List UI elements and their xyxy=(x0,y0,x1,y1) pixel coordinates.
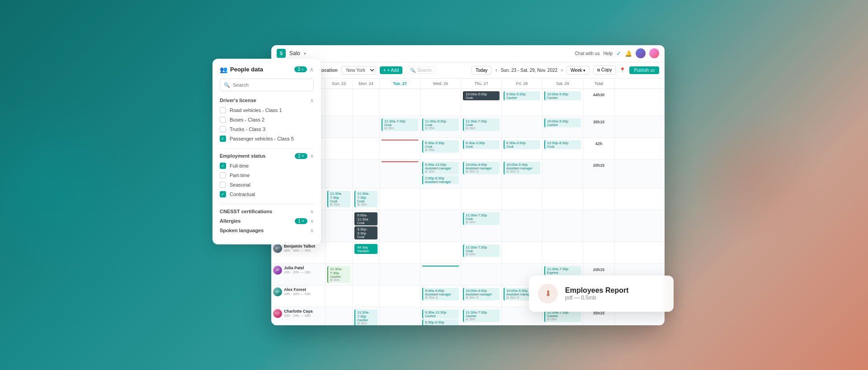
cell-total: 20h15 xyxy=(583,159,615,188)
copy-label: Copy xyxy=(601,67,612,72)
checkbox-item-seasonal: Seasonal xyxy=(220,182,314,188)
filter-header-employment: Employment status 2 × ∧ xyxy=(220,153,314,159)
cell-fri: 6:30a-3:30p Cook xyxy=(502,138,542,159)
cnesst-collapse-icon[interactable]: ∧ xyxy=(310,209,314,215)
allergies-collapse-icon[interactable]: ∧ xyxy=(310,218,314,224)
report-title: Employees Report xyxy=(565,286,628,295)
shift-time: 3:30p-3:30p xyxy=(357,227,376,235)
location2-icon[interactable]: 📍 xyxy=(619,67,626,73)
panel-collapse-icon[interactable]: ∧ xyxy=(310,66,314,73)
table-row: DB David Bell 22h · 10h — 24h 9:00a-11:3… xyxy=(271,210,665,242)
cell-wed: 9:30a-12:30p Cashier 5:30p-6:30p Cashier xyxy=(420,307,461,325)
brand-dropdown[interactable]: ▾ xyxy=(304,51,306,56)
checkbox-seasonal[interactable] xyxy=(220,182,226,188)
shift-meta: ⊞ 30m xyxy=(357,322,376,325)
shift-block[interactable]: 12:00p-6:30p Cook xyxy=(544,140,581,149)
shift-block[interactable]: 3:30p-3:30p Cook xyxy=(354,226,377,239)
employee-name-cell: JP Julia Patel 33h · 20h — 28h xyxy=(271,264,326,285)
report-card[interactable]: ⬇ Employees Report pdf — 0.5mb xyxy=(529,276,674,312)
shift-block[interactable]: 10:00a-4:00p Assistant manager ⊞ 30m S xyxy=(463,162,500,174)
checkbox-trucks[interactable] xyxy=(220,126,226,132)
today-button[interactable]: Today xyxy=(472,66,492,75)
shift-block[interactable]: 9:30a-12:30p Cashier xyxy=(422,309,459,318)
checkbox-contractual[interactable] xyxy=(220,191,226,197)
cell-tue xyxy=(380,188,420,210)
avatar-2[interactable] xyxy=(649,48,659,58)
shift-meta: ⊞ 30m S xyxy=(466,170,498,173)
shift-time: 11:30a-7:30p xyxy=(357,310,376,318)
panel-badge[interactable]: 3 × xyxy=(294,66,307,72)
shift-block[interactable]: 9:00a-12:00p Assistant manager ⊞ 10m xyxy=(422,162,459,174)
location-select[interactable]: New York xyxy=(341,66,376,75)
checkbox-parttime[interactable] xyxy=(220,172,226,178)
employee-name: Alex Forest xyxy=(284,287,311,292)
employment-collapse-icon[interactable]: ∧ xyxy=(310,153,314,159)
allergies-badge-close[interactable]: × xyxy=(302,219,304,223)
publish-button[interactable]: Publish 10 xyxy=(629,66,659,74)
checkbox-item-fulltime: Full-time xyxy=(220,163,314,169)
shift-block[interactable]: 10:00a-5:30p Cashier xyxy=(544,118,581,127)
help-label[interactable]: Help xyxy=(603,51,613,56)
cell-total: 42h xyxy=(583,138,615,159)
shift-block[interactable]: 5:30p-6:30p Cashier xyxy=(422,319,459,325)
cell-thu: 11:30a-7:30p Cook ⊞ 30m xyxy=(461,210,502,242)
shift-block[interactable]: 11:30a-7:30p Cook ⊞ 35m xyxy=(327,191,350,207)
prev-arrow[interactable]: ‹ xyxy=(495,67,497,73)
shift-block[interactable]: 10:00a-4:00p Assistant manager ⊞ 30m S xyxy=(463,288,500,300)
cell-sun: 11:30a-7:30p Cook ⊞ 35m xyxy=(326,188,353,210)
avatar-1[interactable] xyxy=(636,48,646,58)
shift-block[interactable]: 9:00a-11:30a Cook xyxy=(354,212,377,225)
week-button[interactable]: Week ▾ xyxy=(566,66,590,75)
cell-tue xyxy=(380,242,420,263)
cell-wed xyxy=(420,188,461,210)
languages-title: Spoken languages xyxy=(220,228,264,233)
shift-block[interactable]: 11:30a-7:30p Cook ⊞ 30m xyxy=(354,191,377,207)
search-toolbar[interactable]: 🔍 Search xyxy=(406,66,436,74)
shift-meta: ⊞ 30m xyxy=(357,203,376,206)
shift-block[interactable]: 11:30a-7:30p Cook ⊞ 30m xyxy=(463,118,500,131)
vacation-block[interactable]: All day Vacation xyxy=(354,244,377,254)
shift-block[interactable]: 10:00a-5:30p Assistant manager ⊞ 30m S xyxy=(504,162,540,174)
panel-header-right: 3 × ∧ xyxy=(294,66,314,73)
shift-block[interactable]: 11:30a-7:30p Cook ⊞ 35m xyxy=(382,118,418,131)
checkbox-label-trucks: Trucks - Class 3 xyxy=(230,126,265,132)
shift-block[interactable]: 11:30a-7:30p Cook ⊞ 30m xyxy=(463,244,500,257)
shift-time: 10:00a-4:00p xyxy=(466,289,498,293)
brand-name[interactable]: Salo xyxy=(289,50,300,56)
badge-close-icon[interactable]: × xyxy=(302,67,304,72)
filter-collapse-icon[interactable]: ∧ xyxy=(310,98,314,103)
copy-button[interactable]: ⧉ Copy xyxy=(593,66,616,75)
chat-label[interactable]: Chat with us xyxy=(575,51,599,56)
shift-block[interactable]: 9:00a-4:00p Assistant manager ⊞ 30m S xyxy=(422,288,459,300)
search-input[interactable] xyxy=(220,79,314,91)
cell-tue xyxy=(380,264,420,285)
shift-block[interactable]: 11:30a-7:30p Cashier ⊞ 30m xyxy=(354,309,377,325)
checkbox-road-vehicles[interactable] xyxy=(220,107,226,113)
languages-collapse-icon[interactable]: ∧ xyxy=(310,228,314,234)
cell-sun xyxy=(326,159,353,188)
shift-block[interactable]: 6:30a-3:30p Cook xyxy=(463,140,500,149)
shift-block[interactable]: 11:30a-7:30p Cashier ⊞ 30m xyxy=(463,309,500,322)
shift-block[interactable]: 6:30a-3:30p Cook ⊞ 35m xyxy=(422,140,459,153)
add-button[interactable]: + + Add xyxy=(380,66,403,74)
search-wrapper: 🔍 xyxy=(220,79,314,91)
shift-block[interactable]: 11:30a-5:30p Cook ⊞ 35m xyxy=(422,118,459,131)
shift-block[interactable]: 2:00p-6:30p Assistant manager xyxy=(422,175,459,184)
bell-icon[interactable]: 🔔 xyxy=(625,50,632,57)
shift-block[interactable]: 11:30a-7:30p Express xyxy=(544,266,581,275)
cell-tue: 11:30a-7:30p Cook ⊞ 35m xyxy=(380,116,420,137)
shift-block[interactable]: 10:00a-5:30p Cashier xyxy=(544,91,581,100)
employment-badge-close[interactable]: × xyxy=(302,154,304,158)
next-arrow[interactable]: › xyxy=(561,67,563,73)
allergies-badge[interactable]: 1 × xyxy=(295,218,307,224)
shift-block[interactable]: 10:00a-5:00p Cook xyxy=(463,91,500,100)
checkbox-fulltime[interactable] xyxy=(220,163,226,169)
checkbox-passenger[interactable] xyxy=(220,136,226,142)
shift-block[interactable]: 6:30a-3:30p Cook xyxy=(504,140,540,149)
shift-block[interactable]: 9:00a-5:30p Cashier xyxy=(504,91,540,100)
shift-block[interactable]: 11:30a-7:30p Cashier ⊞ 30m xyxy=(327,266,350,283)
copy-icon: ⧉ xyxy=(597,68,600,72)
employment-badge[interactable]: 2 × xyxy=(295,153,307,159)
shift-block[interactable]: 11:30a-7:30p Cook ⊞ 30m xyxy=(463,212,500,225)
checkbox-buses[interactable] xyxy=(220,117,226,123)
